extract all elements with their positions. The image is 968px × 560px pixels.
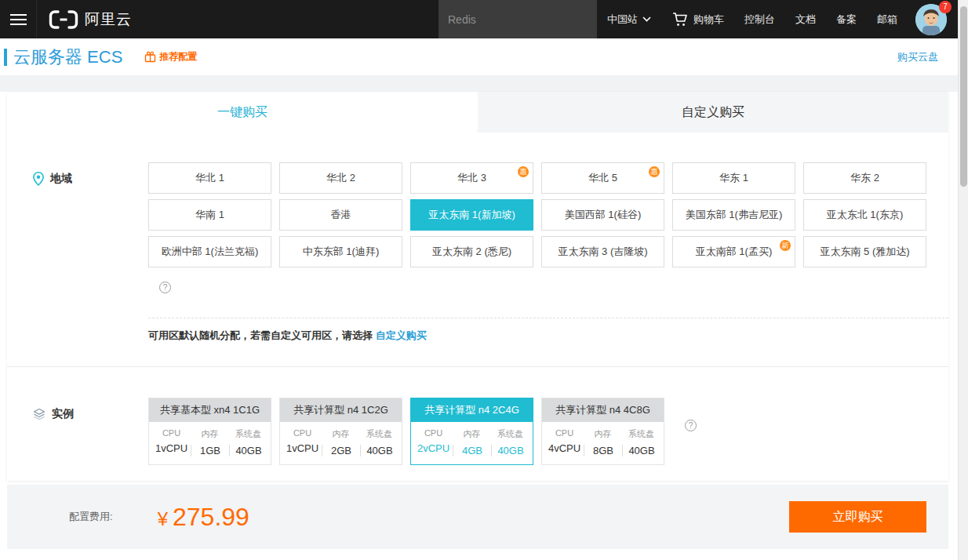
region-button-label: 亚太东南 2 (悉尼) xyxy=(432,245,511,257)
instance-spec-header: CPU xyxy=(152,428,191,438)
dashed-divider xyxy=(148,318,948,318)
region-button[interactable]: 欧洲中部 1(法兰克福) xyxy=(148,236,271,267)
instance-spec-header: 内存 xyxy=(322,428,360,440)
instance-spec-value: 40GB xyxy=(229,445,267,456)
cart-icon xyxy=(671,12,689,27)
chevron-down-icon xyxy=(642,16,651,22)
region-button[interactable]: 亚太南部 1(孟买)新 xyxy=(672,236,795,267)
page-title: 云服务器 ECS xyxy=(13,45,122,69)
instance-spec-value: 8GB xyxy=(584,445,622,456)
checkout-bar: 配置费用: ¥275.99 立即购买 xyxy=(7,485,948,549)
instance-spec-header: 内存 xyxy=(584,428,622,440)
region-button[interactable]: 亚太东北 1(东京) xyxy=(803,199,926,231)
region-button-label: 亚太东南 1(新加坡) xyxy=(428,209,515,220)
region-button-label: 香港 xyxy=(331,209,351,220)
user-avatar[interactable]: 7 xyxy=(915,4,947,35)
notification-badge: 7 xyxy=(939,1,952,13)
instance-label-text: 实例 xyxy=(52,407,74,421)
region-button[interactable]: 华北 5惠 xyxy=(541,162,664,194)
recommended-config-link[interactable]: 推荐配置 xyxy=(144,50,197,64)
region-button-label: 亚太东南 3 (吉隆坡) xyxy=(558,245,647,257)
instance-spec-header: 内存 xyxy=(191,428,229,440)
region-label-text: 地域 xyxy=(50,172,72,186)
region-button-label: 中东东部 1(迪拜) xyxy=(303,245,380,257)
region-button-label: 美国东部 1(弗吉尼亚) xyxy=(686,209,783,220)
scrollbar-thumb[interactable] xyxy=(960,6,967,187)
instance-type-card[interactable]: 共享计算型 n4 4C8GCPU4vCPU内存8GB系统盘40GB xyxy=(541,398,664,465)
region-button-label: 欧洲中部 1(法兰克福) xyxy=(162,245,259,257)
navbar-link[interactable]: 备案 xyxy=(826,0,867,38)
region-button[interactable]: 华南 1 xyxy=(148,199,271,231)
instance-type-card[interactable]: 共享基本型 xn4 1C1GCPU1vCPU内存1GB系统盘40GB xyxy=(148,398,271,465)
region-button[interactable]: 亚太东南 1(新加坡) xyxy=(410,199,533,231)
instance-spec-header: 系统盘 xyxy=(229,428,267,440)
region-help-icon[interactable]: ? xyxy=(159,282,171,293)
instance-spec-value: 1vCPU xyxy=(283,442,322,454)
instance-spec-value: 1GB xyxy=(191,445,229,456)
hamburger-menu-button[interactable] xyxy=(0,0,37,38)
site-selector[interactable]: 中国站 xyxy=(597,0,661,38)
gift-icon xyxy=(144,51,156,63)
region-button-label: 亚太南部 1(孟买) xyxy=(696,245,773,257)
region-button[interactable]: 亚太东南 3 (吉隆坡) xyxy=(541,236,664,267)
region-button[interactable]: 华北 2 xyxy=(279,162,402,194)
instance-spec-header: CPU xyxy=(283,428,322,438)
region-button[interactable]: 中东东部 1(迪拜) xyxy=(279,236,402,267)
instance-card-title: 共享计算型 n4 2C4G xyxy=(411,398,533,422)
cart-button[interactable]: 购物车 xyxy=(661,0,734,38)
aliyun-logo[interactable]: 阿里云 xyxy=(48,9,132,30)
navbar-search-box[interactable] xyxy=(439,0,597,38)
navbar-menu: 中国站 购物车 控制台文档备案邮箱 xyxy=(597,0,908,38)
region-button-label: 华东 2 xyxy=(850,172,879,184)
title-accent-bar xyxy=(4,49,7,66)
tab-custom-buy[interactable]: 自定义购买 xyxy=(478,92,948,133)
region-button-label: 华东 1 xyxy=(719,172,748,184)
currency-symbol: ¥ xyxy=(158,508,168,529)
region-button[interactable]: 美国东部 1(弗吉尼亚) xyxy=(672,199,795,231)
navbar-link[interactable]: 文档 xyxy=(785,0,826,38)
recommended-config-label: 推荐配置 xyxy=(159,50,197,64)
buy-cloud-disk-link[interactable]: 购买云盘 xyxy=(897,50,938,64)
instance-cards: 共享基本型 xn4 1C1GCPU1vCPU内存1GB系统盘40GB共享计算型 … xyxy=(148,398,948,465)
region-button[interactable]: 华东 2 xyxy=(803,162,926,194)
instance-spec-value: 4vCPU xyxy=(545,442,584,454)
navbar-link[interactable]: 邮箱 xyxy=(867,0,908,38)
instance-spec-header: CPU xyxy=(414,428,453,438)
region-grid: 华北 1华北 2华北 3惠华北 5惠华东 1华东 2华南 1香港亚太东南 1(新… xyxy=(148,162,948,267)
search-input[interactable] xyxy=(448,13,590,26)
buy-now-button[interactable]: 立即购买 xyxy=(789,501,926,533)
instance-help-icon[interactable]: ? xyxy=(685,420,697,431)
region-button[interactable]: 华东 1 xyxy=(672,162,795,194)
instance-type-card[interactable]: 共享计算型 n4 1C2GCPU1vCPU内存2GB系统盘40GB xyxy=(279,398,402,465)
region-button-label: 华北 2 xyxy=(326,172,355,184)
promo-badge-icon: 惠 xyxy=(518,166,529,177)
zone-note-text: 可用区默认随机分配，若需自定义可用区，请选择 xyxy=(148,329,373,341)
promo-badge-icon: 新 xyxy=(780,240,791,251)
page-header: 云服务器 ECS 推荐配置 购买云盘 xyxy=(0,38,958,75)
region-button[interactable]: 美国西部 1(硅谷) xyxy=(541,199,664,231)
region-button-label: 华南 1 xyxy=(195,209,224,220)
cart-label: 购物车 xyxy=(693,13,724,27)
instance-spec-value: 4GB xyxy=(453,445,491,456)
tab-one-click-buy[interactable]: 一键购买 xyxy=(7,92,478,133)
instance-spec-header: 系统盘 xyxy=(360,428,398,440)
instance-card-title: 共享计算型 n4 1C2G xyxy=(280,398,402,422)
region-section: 地域 华北 1华北 2华北 3惠华北 5惠华东 1华东 2华南 1香港亚太东南 … xyxy=(7,162,948,267)
site-selector-label: 中国站 xyxy=(607,13,638,27)
region-button[interactable]: 亚太东南 2 (悉尼) xyxy=(410,236,533,267)
region-button[interactable]: 华北 1 xyxy=(148,162,271,194)
region-button-label: 华北 3 xyxy=(457,172,486,184)
navbar-link[interactable]: 控制台 xyxy=(734,0,785,38)
instance-card-title: 共享基本型 xn4 1C1G xyxy=(149,398,271,422)
page-scrollbar xyxy=(958,0,968,560)
price-amount: 275.99 xyxy=(173,503,249,531)
region-button[interactable]: 华北 3惠 xyxy=(410,162,533,194)
instance-spec-value: 1vCPU xyxy=(152,442,191,454)
instance-spec-value: 40GB xyxy=(491,445,529,456)
custom-buy-link[interactable]: 自定义购买 xyxy=(376,329,427,341)
instance-section: 实例 共享基本型 xn4 1C1GCPU1vCPU内存1GB系统盘40GB共享计… xyxy=(7,398,948,465)
promo-badge-icon: 惠 xyxy=(649,166,660,177)
region-button[interactable]: 亚太东南 5 (雅加达) xyxy=(803,236,926,267)
instance-type-card[interactable]: 共享计算型 n4 2C4GCPU2vCPU内存4GB系统盘40GB xyxy=(410,398,533,465)
region-button[interactable]: 香港 xyxy=(279,199,402,231)
